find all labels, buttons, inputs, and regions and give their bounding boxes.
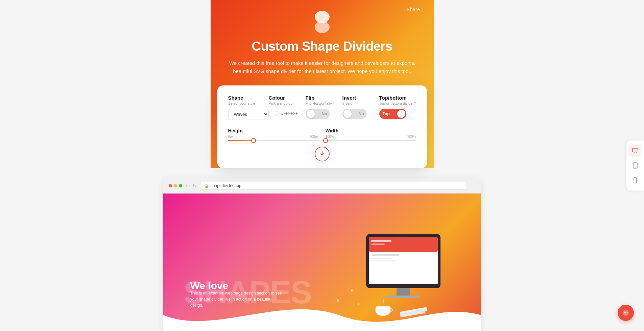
shape-control: Shape Select your style Waves Tilt Arrow… (228, 95, 269, 120)
we-love-title: We love (190, 280, 229, 291)
svg-point-27 (627, 312, 628, 313)
height-max: 500px (309, 135, 318, 138)
browser-forward-icon[interactable]: › (189, 183, 191, 188)
hero-title: Custom Shape Dividers (252, 39, 392, 54)
height-slider-range: 0px 500px (228, 135, 319, 138)
topbottom-control: Top/bottom Top or bottom divider? Top (379, 95, 416, 120)
below-hero-section: ‹ › ↻ 🔒 shapedivider.app ⋮ SHAPES (0, 168, 644, 331)
svg-rect-10 (372, 260, 396, 261)
download-icon (319, 151, 326, 157)
topbottom-toggle[interactable]: Top (379, 109, 406, 119)
browser-dot-green[interactable] (179, 184, 182, 187)
dots-decoration-3 (337, 299, 339, 302)
width-min: 100% (326, 135, 334, 138)
shape-label: Shape (228, 95, 269, 101)
height-slider-fill (228, 140, 254, 141)
browser-content: SHAPES We love This is an example web pa… (163, 194, 481, 331)
width-slider-header: Width (326, 128, 416, 133)
right-sidebar (626, 141, 644, 190)
browser-nav: ‹ › ↻ (186, 183, 197, 188)
invert-toggle[interactable]: No (342, 109, 367, 119)
flip-toggle-knob (307, 110, 315, 118)
controls-bottom-row: Height 0px 500px Width (228, 128, 416, 141)
colour-control: Colour Pick any colour #FFFFFF (269, 95, 306, 120)
download-container (228, 147, 416, 161)
svg-rect-7 (369, 252, 438, 284)
height-slider-label: Height (228, 128, 243, 133)
browser-dot-red[interactable] (169, 184, 172, 187)
colour-picker-button[interactable]: #FFFFFF (269, 109, 304, 118)
invert-toggle-label: No (359, 111, 364, 116)
svg-point-21 (635, 167, 636, 168)
svg-rect-8 (372, 254, 399, 256)
browser-dot-yellow[interactable] (174, 184, 177, 187)
svg-rect-12 (386, 296, 420, 298)
control-card: Shape Select your style Waves Tilt Arrow… (217, 85, 427, 168)
height-slider-header: Height (228, 128, 319, 133)
flip-label: Flip (306, 95, 342, 101)
chat-button[interactable] (618, 305, 634, 321)
invert-sublabel: Invert (342, 101, 379, 105)
controls-top-row: Shape Select your style Waves Tilt Arrow… (228, 95, 416, 120)
browser-url-bar[interactable]: 🔒 shapedivider.app (200, 182, 467, 190)
svg-point-25 (624, 312, 625, 313)
topbottom-label: Top/bottom (379, 95, 416, 101)
browser-menu-icon[interactable]: ⋮ (470, 183, 476, 189)
download-button[interactable] (315, 147, 330, 161)
width-slider-label: Width (326, 128, 339, 133)
lock-icon: 🔒 (205, 184, 209, 188)
tablet-device-button[interactable] (629, 159, 641, 172)
flip-toggle[interactable]: No (306, 109, 330, 119)
svg-point-1 (315, 21, 330, 33)
invert-control: Invert Invert No (342, 95, 379, 120)
dots-decoration (351, 289, 353, 291)
mobile-device-button[interactable] (629, 174, 641, 186)
monitor-svg (356, 227, 457, 331)
colour-value: #FFFFFF (281, 111, 299, 116)
flip-sublabel: Flip Horizontally (306, 101, 342, 105)
svg-rect-9 (372, 258, 392, 259)
height-slider-thumb[interactable] (251, 138, 256, 143)
colour-label: Colour (269, 95, 306, 101)
topbottom-toggle-knob (397, 110, 405, 118)
width-slider-range: 100% 300% (326, 135, 416, 138)
browser-url-text: shapedivider.app (211, 183, 241, 188)
topbottom-sublabel: Top or bottom divider? (379, 101, 416, 105)
logo-icon (310, 10, 334, 34)
shape-select[interactable]: Waves Tilt Arrow Split (228, 109, 269, 120)
width-max: 300% (407, 135, 416, 138)
width-slider-thumb[interactable] (323, 138, 328, 143)
svg-rect-6 (371, 244, 385, 245)
colour-sublabel: Pick any colour (269, 101, 306, 105)
height-slider-group: Height 0px 500px (228, 128, 319, 141)
browser-refresh-icon[interactable]: ↻ (193, 183, 197, 188)
browser-dots (169, 184, 182, 187)
share-button[interactable]: Share (407, 7, 420, 12)
mobile-icon (632, 177, 639, 184)
flip-control: Flip Flip Horizontally No (306, 95, 342, 120)
shape-sublabel: Select your style (228, 101, 269, 105)
width-slider-track[interactable] (326, 140, 416, 141)
desktop-icon (632, 147, 639, 154)
hero-subtitle: We created this free tool to make it eas… (228, 59, 417, 75)
width-slider-group: Width 100% 300% (326, 128, 416, 141)
svg-point-23 (635, 182, 636, 183)
preview-subtitle: This is an example web page design secti… (190, 290, 285, 308)
page-wrapper: Share Custom Shape Dividers We created t… (0, 0, 644, 331)
topbottom-toggle-label: Top (383, 111, 390, 116)
browser-back-icon[interactable]: ‹ (186, 183, 187, 188)
hero-section: Share Custom Shape Dividers We created t… (211, 0, 434, 168)
desktop-device-button[interactable] (629, 145, 641, 157)
browser-bar: ‹ › ↻ 🔒 shapedivider.app ⋮ (163, 178, 481, 194)
monitor-illustration (356, 227, 457, 331)
height-slider-track[interactable] (228, 140, 319, 141)
svg-rect-5 (371, 240, 391, 242)
invert-toggle-knob (343, 110, 352, 118)
tablet-icon (632, 162, 639, 169)
invert-label: Invert (342, 95, 379, 101)
svg-rect-11 (397, 288, 410, 297)
browser-preview: ‹ › ↻ 🔒 shapedivider.app ⋮ SHAPES (163, 178, 481, 331)
chat-icon (622, 309, 629, 316)
svg-rect-14 (376, 306, 390, 313)
svg-point-26 (625, 312, 626, 313)
